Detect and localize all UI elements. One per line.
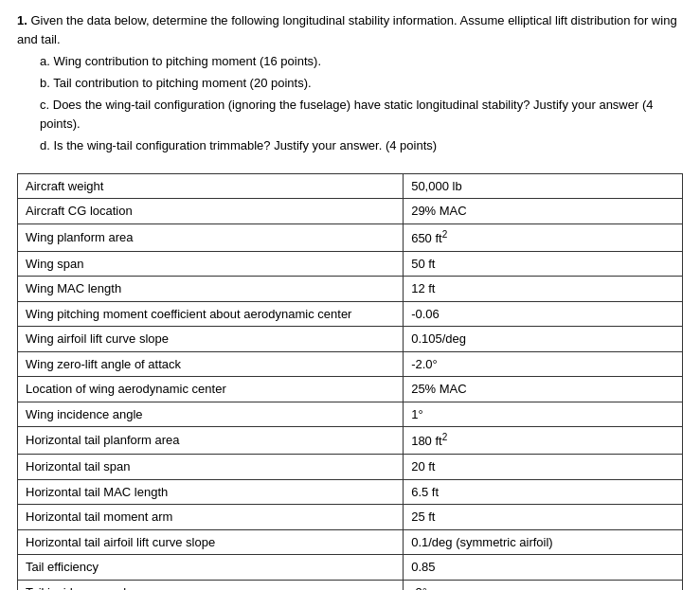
param-cell: Horizontal tail airfoil lift curve slope [18, 529, 404, 555]
sub-item-b: b. Tail contribution to pitching moment … [40, 74, 683, 94]
sub-item-d-label: d. [40, 138, 50, 152]
table-row: Wing span50 ft [18, 251, 683, 277]
table-row: Tail efficiency0.85 [18, 555, 683, 581]
value-cell: 25% MAC [404, 377, 683, 402]
value-cell: 1° [404, 402, 683, 427]
value-cell: 180 ft2 [404, 427, 683, 455]
param-cell: Wing pitching moment coefficient about a… [18, 301, 404, 327]
value-cell: 29% MAC [404, 199, 683, 224]
value-cell: 0.85 [404, 555, 683, 581]
param-cell: Horizontal tail planform area [18, 427, 404, 455]
param-cell: Horizontal tail span [18, 455, 404, 480]
table-row: Wing airfoil lift curve slope0.105/deg [18, 327, 683, 352]
table-row: Location of wing aerodynamic center25% M… [18, 377, 683, 402]
question-text: Given the data below, determine the foll… [17, 13, 677, 46]
value-cell: 650 ft2 [404, 223, 683, 251]
main-question: 1. Given the data below, determine the f… [17, 11, 683, 48]
data-table: Aircraft weight50,000 lbAircraft CG loca… [17, 173, 683, 590]
value-cell: -3° [404, 580, 683, 590]
param-cell: Wing span [18, 251, 404, 277]
value-cell: 0.1/deg (symmetric airfoil) [404, 529, 683, 555]
value-cell: 50,000 lb [404, 173, 683, 199]
problem-header: 1. Given the data below, determine the f… [17, 11, 683, 156]
value-cell: 12 ft [404, 277, 683, 302]
table-row: Horizontal tail MAC length6.5 ft [18, 479, 683, 505]
value-cell: -2.0° [404, 351, 683, 377]
param-cell: Horizontal tail MAC length [18, 479, 404, 505]
param-cell: Location of wing aerodynamic center [18, 377, 404, 402]
param-cell: Horizontal tail moment arm [18, 505, 404, 530]
param-cell: Wing planform area [18, 223, 404, 251]
table-row: Wing MAC length12 ft [18, 277, 683, 302]
param-cell: Wing zero-lift angle of attack [18, 351, 404, 377]
param-cell: Wing airfoil lift curve slope [18, 327, 404, 352]
value-cell: 20 ft [404, 455, 683, 480]
param-cell: Wing MAC length [18, 277, 404, 302]
table-row: Wing zero-lift angle of attack-2.0° [18, 351, 683, 377]
table-row: Horizontal tail airfoil lift curve slope… [18, 529, 683, 555]
sub-item-d-text: Is the wing-tail configuration trimmable… [53, 138, 437, 152]
sub-item-a: a. Wing contribution to pitching moment … [40, 52, 683, 72]
param-cell: Tail efficiency [18, 555, 404, 581]
table-row: Wing incidence angle1° [18, 402, 683, 427]
table-row: Horizontal tail planform area180 ft2 [18, 427, 683, 455]
param-cell: Tail incidence angle [18, 580, 404, 590]
param-cell: Aircraft weight [18, 173, 404, 199]
table-row: Horizontal tail moment arm25 ft [18, 505, 683, 530]
value-cell: 6.5 ft [404, 479, 683, 505]
table-row: Horizontal tail span20 ft [18, 455, 683, 480]
table-row: Wing planform area650 ft2 [18, 223, 683, 251]
sub-item-c-text: Does the wing-tail configuration (ignori… [40, 98, 653, 132]
value-cell: -0.06 [404, 301, 683, 327]
sub-items-list: a. Wing contribution to pitching moment … [40, 52, 683, 156]
sub-item-b-label: b. [40, 76, 50, 90]
sub-item-d: d. Is the wing-tail configuration trimma… [40, 136, 683, 156]
param-cell: Wing incidence angle [18, 402, 404, 427]
sub-item-c-label: c. [40, 98, 49, 112]
value-cell: 50 ft [404, 251, 683, 277]
sub-item-a-label: a. [40, 54, 50, 68]
param-cell: Aircraft CG location [18, 199, 404, 224]
table-row: Aircraft weight50,000 lb [18, 173, 683, 199]
table-row: Tail incidence angle-3° [18, 580, 683, 590]
value-cell: 25 ft [404, 505, 683, 530]
sub-item-a-text: Wing contribution to pitching moment (16… [53, 54, 321, 68]
table-row: Wing pitching moment coefficient about a… [18, 301, 683, 327]
table-row: Aircraft CG location29% MAC [18, 199, 683, 224]
problem-number: 1. [17, 13, 27, 27]
sub-item-b-text: Tail contribution to pitching moment (20… [53, 76, 311, 90]
value-cell: 0.105/deg [404, 327, 683, 352]
sub-item-c: c. Does the wing-tail configuration (ign… [40, 96, 683, 135]
